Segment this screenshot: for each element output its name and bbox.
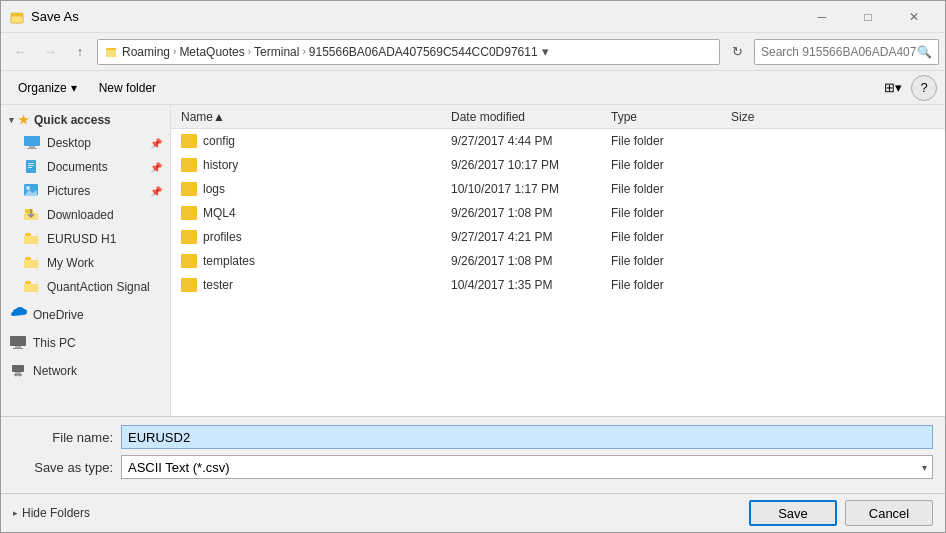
col-name-sort-icon: ▲	[213, 110, 225, 124]
breadcrumb-sep-3: ›	[302, 46, 305, 57]
breadcrumb-terminal[interactable]: Terminal	[254, 45, 299, 59]
folder-icon	[181, 134, 197, 148]
organize-arrow: ▾	[71, 81, 77, 95]
search-icon: 🔍	[917, 45, 932, 59]
downloaded-icon	[23, 207, 41, 223]
sidebar-item-network[interactable]: Network	[1, 359, 170, 383]
file-date-cell: 9/26/2017 1:08 PM	[451, 206, 611, 220]
close-button[interactable]: ✕	[891, 1, 937, 33]
action-area: ▸ Hide Folders Save Cancel	[1, 493, 945, 532]
col-header-name[interactable]: Name ▲	[181, 105, 451, 128]
action-buttons: Save Cancel	[749, 500, 933, 526]
breadcrumb-dropdown-button[interactable]: ▾	[538, 40, 554, 64]
file-type-cell: File folder	[611, 134, 731, 148]
hide-folders-label: Hide Folders	[22, 506, 90, 520]
svg-rect-9	[28, 165, 34, 166]
table-row[interactable]: config 9/27/2017 4:44 PM File folder	[171, 129, 945, 153]
file-type-cell: File folder	[611, 230, 731, 244]
file-name-cell: templates	[181, 254, 451, 268]
table-row[interactable]: templates 9/26/2017 1:08 PM File folder	[171, 249, 945, 273]
svg-rect-8	[28, 163, 34, 164]
file-name-cell: history	[181, 158, 451, 172]
svg-rect-6	[27, 148, 37, 149]
documents-pin-icon: 📌	[150, 162, 162, 173]
table-row[interactable]: logs 10/10/2017 1:17 PM File folder	[171, 177, 945, 201]
desktop-icon	[23, 135, 41, 151]
table-row[interactable]: tester 10/4/2017 1:35 PM File folder	[171, 273, 945, 297]
refresh-button[interactable]: ↻	[724, 39, 750, 65]
maximize-button[interactable]: □	[845, 1, 891, 33]
breadcrumb-item-1	[104, 45, 122, 59]
documents-icon	[23, 159, 41, 175]
breadcrumb-bar[interactable]: Roaming › MetaQuotes › Terminal › 915566…	[97, 39, 720, 65]
sidebar-item-onedrive[interactable]: OneDrive	[1, 303, 170, 327]
sidebar-item-thispc[interactable]: This PC	[1, 331, 170, 355]
organize-button[interactable]: Organize ▾	[9, 75, 86, 101]
svg-rect-25	[12, 365, 24, 372]
svg-point-12	[26, 186, 30, 190]
sidebar: ▾ ★ Quick access Desktop 📌 Documents	[1, 105, 171, 416]
title-bar-controls: ─ □ ✕	[799, 1, 937, 33]
cancel-button[interactable]: Cancel	[845, 500, 933, 526]
up-button[interactable]: ↑	[67, 39, 93, 65]
svg-rect-10	[28, 167, 32, 168]
search-input[interactable]	[761, 45, 917, 59]
onedrive-label: OneDrive	[33, 308, 84, 322]
sidebar-item-downloaded[interactable]: Downloaded	[1, 203, 170, 227]
form-area: File name: Save as type: ASCII Text (*.c…	[1, 416, 945, 493]
file-name-label: config	[203, 134, 235, 148]
svg-rect-7	[26, 160, 36, 173]
breadcrumb-metaquotes[interactable]: MetaQuotes	[179, 45, 244, 59]
pictures-label: Pictures	[47, 184, 90, 198]
network-section: Network	[1, 359, 170, 383]
sidebar-item-desktop[interactable]: Desktop 📌	[1, 131, 170, 155]
breadcrumb-guid[interactable]: 915566BA06ADA407569C544CC0D97611	[309, 45, 538, 59]
minimize-button[interactable]: ─	[799, 1, 845, 33]
quick-access-header[interactable]: ▾ ★ Quick access	[1, 109, 170, 131]
view-button[interactable]: ⊞ ▾	[879, 75, 907, 101]
svg-rect-24	[13, 348, 23, 349]
sidebar-item-pictures[interactable]: Pictures 📌	[1, 179, 170, 203]
new-folder-button[interactable]: New folder	[90, 75, 165, 101]
sidebar-item-eurusd[interactable]: EURUSD H1	[1, 227, 170, 251]
filename-input[interactable]	[121, 425, 933, 449]
col-header-type[interactable]: Type	[611, 105, 731, 128]
file-name-label: templates	[203, 254, 255, 268]
table-row[interactable]: profiles 9/27/2017 4:21 PM File folder	[171, 225, 945, 249]
breadcrumb-roaming[interactable]: Roaming	[122, 45, 170, 59]
file-type-cell: File folder	[611, 278, 731, 292]
sidebar-item-quantaction[interactable]: QuantAction Signal	[1, 275, 170, 299]
file-name-cell: logs	[181, 182, 451, 196]
save-button[interactable]: Save	[749, 500, 837, 526]
file-type-cell: File folder	[611, 182, 731, 196]
table-row[interactable]: MQL4 9/26/2017 1:08 PM File folder	[171, 201, 945, 225]
dialog-icon	[9, 9, 25, 25]
file-name-cell: profiles	[181, 230, 451, 244]
back-button[interactable]: ←	[7, 39, 33, 65]
col-header-date[interactable]: Date modified	[451, 105, 611, 128]
file-rows-container: config 9/27/2017 4:44 PM File folder his…	[171, 129, 945, 297]
downloaded-label: Downloaded	[47, 208, 114, 222]
file-type-cell: File folder	[611, 206, 731, 220]
network-label: Network	[33, 364, 77, 378]
pictures-icon	[23, 183, 41, 199]
forward-button[interactable]: →	[37, 39, 63, 65]
hide-folders-button[interactable]: ▸ Hide Folders	[13, 506, 90, 520]
help-button[interactable]: ?	[911, 75, 937, 101]
svg-rect-5	[29, 146, 35, 148]
table-row[interactable]: history 9/26/2017 10:17 PM File folder	[171, 153, 945, 177]
folder-icon	[181, 254, 197, 268]
col-name-label: Name	[181, 110, 213, 124]
thispc-section: This PC	[1, 331, 170, 355]
sidebar-item-documents[interactable]: Documents 📌	[1, 155, 170, 179]
file-date-cell: 9/27/2017 4:44 PM	[451, 134, 611, 148]
search-box[interactable]: 🔍	[754, 39, 939, 65]
folder-icon	[181, 230, 197, 244]
svg-rect-1	[11, 16, 23, 23]
svg-rect-19	[24, 260, 38, 268]
saveastype-select[interactable]: ASCII Text (*.csv)	[121, 455, 933, 479]
saveastype-label: Save as type:	[13, 460, 113, 475]
folder-icon	[181, 182, 197, 196]
col-header-size[interactable]: Size	[731, 105, 811, 128]
sidebar-item-mywork[interactable]: My Work	[1, 251, 170, 275]
